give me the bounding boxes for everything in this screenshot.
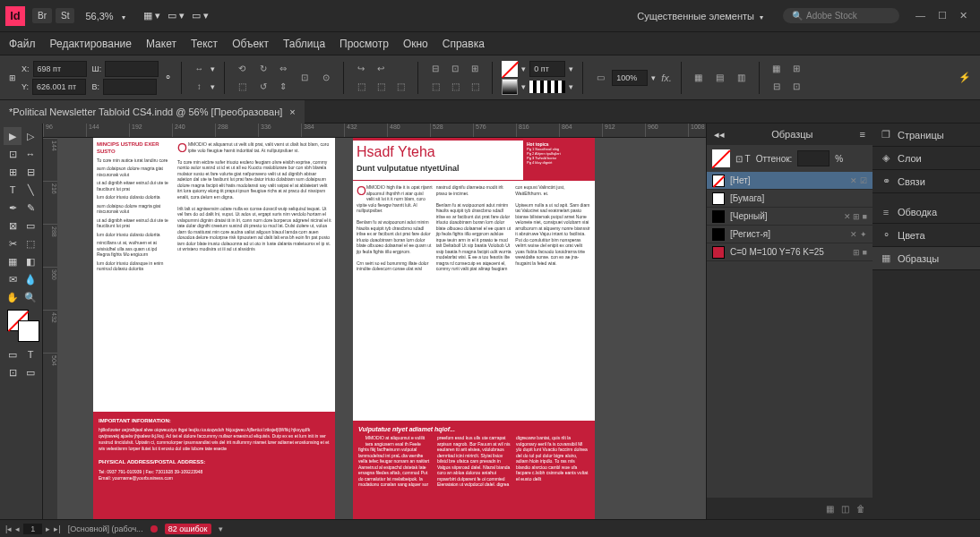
- stroke-swatch[interactable]: [502, 79, 518, 95]
- swatch-paper[interactable]: [Бумага]: [707, 190, 873, 208]
- y-input[interactable]: [32, 79, 86, 95]
- canvas[interactable]: 9614419224028833638443248052857681686491…: [43, 124, 706, 519]
- vertical-ruler[interactable]: 144216288360432504: [43, 138, 57, 519]
- panel-tab-links[interactable]: ⚭Связи: [873, 170, 980, 193]
- document-tab[interactable]: *Political Newsletter Tabloid CS4.indd @…: [0, 100, 305, 124]
- wrap-shape-icon[interactable]: ▥: [734, 70, 750, 86]
- rectangle-tool[interactable]: ▭: [21, 217, 39, 234]
- gradient-feather-tool[interactable]: ◧: [21, 252, 39, 270]
- panel-tab-stroke[interactable]: ≡Обводка: [873, 200, 980, 224]
- constrain-icon[interactable]: ⚬: [164, 72, 172, 83]
- horizontal-ruler[interactable]: 9614419224028833638443248052857681686491…: [43, 124, 706, 138]
- swatch-black[interactable]: [Черный]✕ ⊞ ■: [707, 208, 873, 226]
- shear-icon[interactable]: ⬚: [234, 79, 250, 95]
- close-icon[interactable]: ✕: [959, 10, 967, 21]
- selection-tool[interactable]: ▶: [4, 127, 21, 145]
- stroke-style[interactable]: [529, 81, 565, 93]
- panel-tab-layers[interactable]: ◈Слои: [873, 147, 980, 170]
- gap-tool[interactable]: ↔: [21, 145, 39, 163]
- pen-tool[interactable]: ✒: [4, 199, 21, 217]
- page-field[interactable]: 1: [23, 524, 42, 534]
- master-label[interactable]: [Основной] (рабоч...: [68, 524, 143, 533]
- lightning-icon[interactable]: ⚡: [959, 72, 971, 83]
- page-1[interactable]: MINCIPS USTRUD EXER SUSTO To core min au…: [93, 138, 335, 519]
- menu-object[interactable]: Объект: [232, 38, 269, 50]
- free-transform-tool[interactable]: ⬚: [21, 234, 39, 252]
- new-swatch-icon[interactable]: ◫: [841, 504, 849, 514]
- page-2[interactable]: Hsadf Yteha Dunt vulputatue ntyetUinal H…: [353, 138, 595, 519]
- close-tab-icon[interactable]: ×: [289, 107, 295, 117]
- ref-point-icon[interactable]: ⊞: [9, 73, 16, 82]
- new-group-icon[interactable]: ▦: [826, 504, 834, 514]
- scissors-tool[interactable]: ✂: [4, 234, 21, 252]
- type-toggle-icon[interactable]: ⊡ T: [735, 154, 751, 164]
- preview-view-icon[interactable]: ▭: [21, 363, 39, 381]
- zoom-level[interactable]: 56,3% ▾: [78, 8, 132, 24]
- rotate-cw-icon[interactable]: ↻: [255, 61, 271, 77]
- w-input[interactable]: [105, 61, 159, 77]
- last-page-icon[interactable]: ▸|: [54, 524, 60, 533]
- menu-table[interactable]: Таблица: [283, 38, 325, 50]
- wrap-bbox-icon[interactable]: ▤: [712, 70, 728, 86]
- x-input[interactable]: [33, 61, 87, 77]
- hand-tool[interactable]: ✋: [4, 288, 21, 306]
- swatch-registration[interactable]: [Регист-я]✕ ✦: [707, 226, 873, 243]
- fill-swatch[interactable]: [502, 61, 518, 77]
- wrap-none-icon[interactable]: ▦: [691, 70, 707, 86]
- trash-icon[interactable]: 🗑: [856, 504, 865, 514]
- eyedropper-tool[interactable]: 💧: [21, 270, 39, 288]
- menu-help[interactable]: Справка: [443, 38, 485, 50]
- fill-stroke-colors[interactable]: [7, 310, 39, 342]
- content-select-icon[interactable]: ⊙: [318, 70, 334, 86]
- arrange-icon[interactable]: ▭ ▾: [168, 10, 185, 21]
- stock-button[interactable]: St: [56, 8, 74, 23]
- panel-tab-swatches[interactable]: ▦Образцы: [873, 247, 980, 270]
- rotate-ccw-icon[interactable]: ↺: [255, 79, 271, 95]
- apply-color-icon[interactable]: ▭: [4, 345, 21, 363]
- maximize-icon[interactable]: ☐: [938, 10, 947, 21]
- swatch-none[interactable]: [Нет]✕ ☑: [707, 172, 873, 190]
- note-tool[interactable]: ✉: [4, 270, 21, 288]
- opacity-input[interactable]: [612, 70, 648, 86]
- normal-view-icon[interactable]: ⊡: [4, 363, 21, 381]
- flip-v-icon[interactable]: ⇕: [275, 79, 291, 95]
- container-select-icon[interactable]: ⊡: [297, 70, 313, 86]
- line-tool[interactable]: ╲: [21, 181, 39, 199]
- stock-search[interactable]: 🔍Adobe Stock: [783, 8, 899, 23]
- fill-proxy[interactable]: [712, 149, 730, 167]
- menu-type[interactable]: Текст: [191, 38, 218, 50]
- h-input[interactable]: [103, 79, 157, 95]
- menu-file[interactable]: Файл: [9, 38, 36, 50]
- first-page-icon[interactable]: |◂: [5, 524, 12, 533]
- swatch-cmyk[interactable]: C=0 M=100 Y=76 K=25⊞ ■: [707, 243, 873, 261]
- chevron-left-icon[interactable]: ◂◂: [714, 129, 725, 141]
- panel-menu-icon[interactable]: ≡: [860, 129, 865, 140]
- menu-window[interactable]: Окно: [403, 38, 428, 50]
- direct-selection-tool[interactable]: ▷: [21, 127, 39, 145]
- fx-button[interactable]: fx.: [661, 72, 672, 83]
- rectangle-frame-tool[interactable]: ⊠: [4, 217, 21, 234]
- workspace-switcher[interactable]: Существенные элементы▾: [626, 7, 774, 25]
- rotate-icon[interactable]: ⟲: [234, 61, 250, 77]
- flow-icon[interactable]: ↪: [353, 61, 369, 77]
- bridge-button[interactable]: Br: [32, 8, 52, 23]
- next-page-icon[interactable]: ▸: [46, 524, 50, 533]
- zoom-tool[interactable]: 🔍: [21, 288, 39, 306]
- menu-view[interactable]: Просмотр: [340, 38, 389, 50]
- tint-input[interactable]: [797, 150, 830, 166]
- content-collector-tool[interactable]: ⊞: [4, 163, 21, 181]
- panel-tab-pages[interactable]: ❐Страницы: [873, 124, 980, 147]
- pencil-tool[interactable]: ✎: [21, 199, 39, 217]
- page-tool[interactable]: ⊡: [4, 145, 21, 163]
- flip-h-icon[interactable]: ⇔: [275, 61, 291, 77]
- menu-layout[interactable]: Макет: [146, 38, 176, 50]
- stroke-weight[interactable]: [529, 61, 565, 77]
- panel-tab-color[interactable]: ⚬Цвета: [873, 224, 980, 247]
- prev-page-icon[interactable]: ◂: [15, 524, 20, 533]
- preflight-errors[interactable]: 82 ошибок: [165, 524, 211, 534]
- apply-gradient-icon[interactable]: T: [21, 345, 39, 363]
- menu-edit[interactable]: Редактирование: [50, 38, 132, 50]
- gradient-swatch-tool[interactable]: ▦: [4, 252, 21, 270]
- minimize-icon[interactable]: —: [916, 10, 925, 21]
- content-placer-tool[interactable]: ⊟: [21, 163, 39, 181]
